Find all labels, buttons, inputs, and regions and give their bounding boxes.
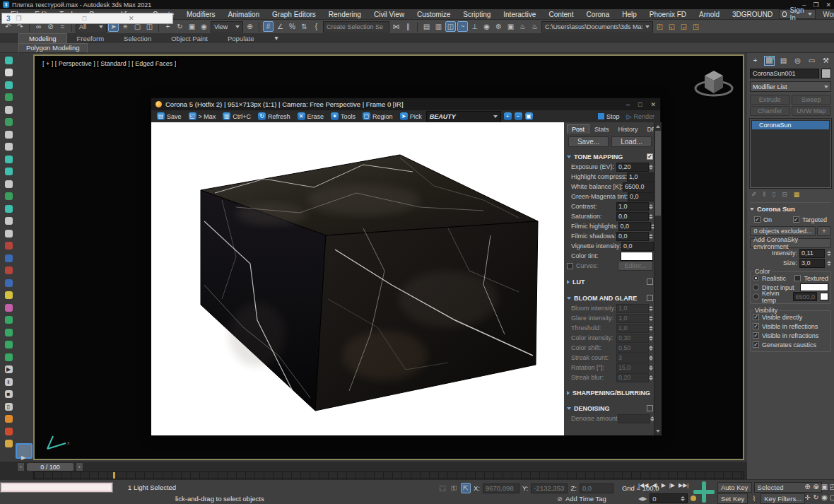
dock-icon[interactable]: ■ bbox=[3, 389, 14, 400]
next-frame-arrow[interactable]: › bbox=[76, 462, 83, 471]
spinner-control[interactable] bbox=[649, 365, 653, 370]
denoising-checkbox[interactable] bbox=[647, 405, 653, 411]
dock-icon[interactable] bbox=[3, 302, 14, 313]
zoom-button[interactable]: + bbox=[504, 112, 512, 120]
toolbar-icon[interactable]: ◰ bbox=[654, 21, 665, 32]
modifier-button[interactable]: Extrude bbox=[750, 95, 790, 105]
dock-icon[interactable] bbox=[3, 67, 14, 78]
sign-in-button[interactable]: Sign In bbox=[779, 9, 816, 19]
z-coordinate-input[interactable]: 0,0 bbox=[580, 484, 613, 493]
spinner-control[interactable] bbox=[649, 214, 653, 219]
field-value-input[interactable]: 0,20 bbox=[616, 373, 649, 382]
corona-settings-tab[interactable]: Stats bbox=[590, 125, 613, 134]
menu-item[interactable]: Corona bbox=[580, 11, 616, 18]
menu-item[interactable]: Interactive bbox=[497, 11, 542, 18]
field-value-input[interactable]: 15,0 bbox=[616, 363, 649, 373]
menu-item[interactable]: Animation bbox=[222, 11, 266, 18]
current-frame-input[interactable]: 0 bbox=[650, 493, 688, 503]
denoising-section-header[interactable]: DENOISING bbox=[567, 403, 653, 414]
field-value-input[interactable]: 1,0 bbox=[616, 202, 649, 211]
config-load-button[interactable]: Load... bbox=[611, 136, 652, 147]
spinner-control[interactable] bbox=[827, 251, 831, 256]
lut-checkbox[interactable] bbox=[647, 279, 653, 285]
toolbar-icon[interactable]: ▤ bbox=[421, 21, 432, 32]
dock-icon[interactable] bbox=[3, 178, 14, 189]
stack-windows-icon[interactable]: ❐ bbox=[16, 15, 22, 22]
set-key-button[interactable]: Set Key bbox=[717, 493, 748, 504]
toolbar-icon[interactable]: ◲ bbox=[679, 21, 689, 32]
viewport-nav-icon[interactable]: ↻ bbox=[813, 492, 819, 502]
size-input[interactable]: 3,0 bbox=[799, 259, 825, 268]
lut-section-header[interactable]: LUT bbox=[567, 276, 653, 287]
field-value-input[interactable]: 1,0 bbox=[616, 304, 649, 313]
field-value-input[interactable]: 1,0 bbox=[616, 324, 649, 333]
kelvin-input[interactable]: 6500,0 bbox=[793, 292, 817, 301]
field-value-input[interactable]: 0,50 bbox=[616, 344, 649, 353]
dock-icon[interactable] bbox=[3, 141, 14, 153]
playback-button[interactable]: ▶▶| bbox=[679, 482, 688, 488]
dock-flyout-icon[interactable]: ▶ bbox=[21, 455, 25, 461]
ribbon-tab[interactable]: Freeform bbox=[67, 34, 114, 43]
menu-item[interactable]: Rendering bbox=[322, 11, 368, 18]
visibility-checkbox[interactable] bbox=[753, 341, 759, 348]
dock-icon[interactable] bbox=[3, 327, 14, 338]
menu-item[interactable]: Phoenix FD bbox=[643, 11, 693, 18]
utilities-tab[interactable]: ⚒ bbox=[821, 56, 831, 66]
dock-icon[interactable] bbox=[3, 166, 14, 177]
curves-editor-button[interactable]: Editor... bbox=[618, 261, 653, 271]
toolbar-icon[interactable]: ♨ bbox=[529, 21, 540, 32]
toolbar-icon[interactable]: ♨ bbox=[517, 21, 528, 32]
toolbar-icon[interactable]: ∥ bbox=[403, 21, 413, 32]
bloom-glare-checkbox[interactable] bbox=[647, 295, 653, 301]
sun-targeted-checkbox-row[interactable]: Targeted bbox=[793, 215, 827, 224]
toolbar-icon[interactable] bbox=[417, 22, 418, 32]
toolbar-icon[interactable]: ~ bbox=[457, 21, 468, 32]
dock-icon[interactable] bbox=[3, 79, 14, 90]
field-value-input[interactable]: 3 bbox=[616, 353, 649, 363]
render-channel-dropdown[interactable]: BEAUTY bbox=[426, 111, 501, 122]
toolbar-icon[interactable]: ▥ bbox=[433, 21, 444, 32]
current-frame-marker[interactable] bbox=[113, 472, 115, 479]
view-cube[interactable] bbox=[692, 61, 736, 102]
track-bar[interactable] bbox=[33, 471, 744, 479]
dock-icon[interactable] bbox=[3, 191, 14, 202]
add-exclude-button[interactable]: + bbox=[817, 226, 831, 236]
spinner-control[interactable] bbox=[681, 496, 685, 501]
modifier-button[interactable]: UVW Map bbox=[792, 106, 832, 116]
dock-icon[interactable] bbox=[3, 414, 14, 425]
menu-item[interactable]: Customize bbox=[411, 11, 457, 18]
make-unique-icon[interactable]: ▯ bbox=[772, 191, 775, 198]
ribbon-tab[interactable]: Object Paint bbox=[161, 34, 218, 43]
tone-mapping-checkbox[interactable] bbox=[647, 153, 653, 160]
start-render-button[interactable]: ▷ Render bbox=[624, 112, 657, 122]
menu-item[interactable]: Civil View bbox=[368, 11, 411, 18]
toolbar-icon[interactable] bbox=[259, 22, 259, 32]
visibility-checkbox-row[interactable]: Visible in reflections bbox=[753, 322, 828, 331]
menu-item[interactable]: 3DGROUND bbox=[726, 11, 779, 18]
toolbar-icon[interactable]: ⚙ bbox=[493, 21, 504, 32]
toolbar-icon[interactable]: { bbox=[311, 21, 322, 32]
corona-title-bar[interactable]: Corona 5 (Hotfix 2) | 951×713px (1:1) | … bbox=[151, 98, 660, 110]
corona-sun-rollout-header[interactable]: Corona Sun bbox=[750, 202, 831, 213]
menu-item[interactable]: Graph Editors bbox=[266, 11, 322, 18]
toolbar-icon[interactable]: ▣ bbox=[505, 21, 516, 32]
toolbar-icon[interactable]: ↻ bbox=[175, 21, 185, 32]
corona-toolbar-button[interactable]: ✦ Tools bbox=[328, 112, 358, 122]
taskbar-mini-window[interactable]: 3 ❐ □ ✕ bbox=[1, 13, 173, 24]
stop-render-button[interactable]: Stop bbox=[595, 112, 623, 122]
transform-gizmo-icon[interactable] bbox=[693, 481, 715, 503]
isolate-selection-icon[interactable]: ⬚ bbox=[438, 483, 447, 493]
field-value-input[interactable]: 0,0 bbox=[616, 212, 649, 221]
add-coronasky-button[interactable]: Add CoronaSky environment bbox=[750, 238, 831, 248]
visibility-checkbox-row[interactable]: Generates caustics bbox=[753, 340, 828, 349]
playback-button[interactable]: |◀◀ bbox=[638, 482, 648, 488]
project-folder-dropdown[interactable]: C:\Users\asus\Documents\3ds Max 2021 bbox=[541, 21, 653, 33]
realistic-radio[interactable] bbox=[753, 275, 759, 281]
direct-input-radio[interactable] bbox=[753, 284, 759, 291]
maxscript-mini-listener[interactable] bbox=[0, 482, 113, 493]
previous-frame-arrow[interactable]: ‹ bbox=[17, 462, 25, 471]
sharpening-section-header[interactable]: SHARPENING/BLURRING bbox=[567, 387, 653, 398]
playback-button[interactable]: ◀| bbox=[652, 482, 657, 488]
viewport-label[interactable]: [ + ] [ Perspective ] [ Standard ] [ Edg… bbox=[40, 59, 178, 68]
dock-icon[interactable] bbox=[3, 240, 14, 252]
